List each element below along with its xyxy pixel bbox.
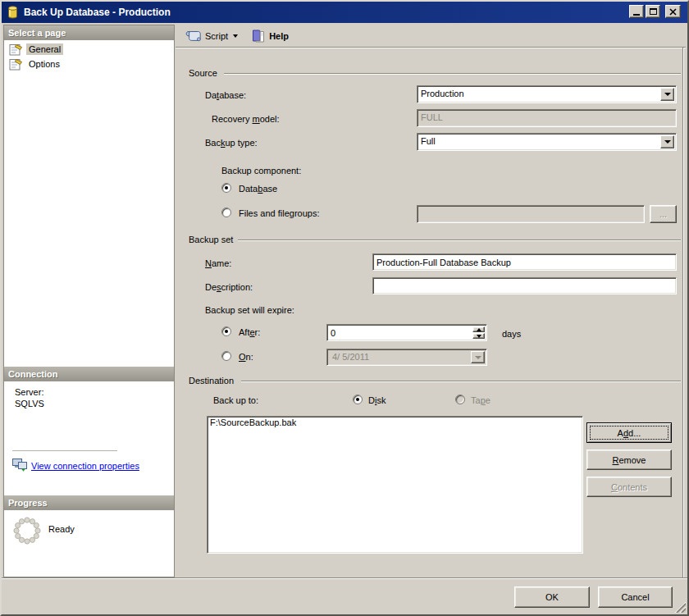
progress-header: Progress [4,495,174,510]
name-input[interactable] [375,255,674,269]
name-field [372,253,677,271]
expire-days-input[interactable] [329,326,470,340]
dropdown-arrow-button[interactable] [660,135,674,148]
recovery-model-value: FULL [421,112,659,122]
page-icon [9,43,23,56]
progress-status: Ready [48,524,75,535]
description-input[interactable] [375,279,674,293]
dropdown-arrow-icon [475,356,481,359]
script-icon [185,29,202,43]
backup-database-dialog: Back Up Database - Production Select a p… [0,0,689,616]
minimize-button[interactable] [629,5,644,18]
contents-button-label: Contents [611,482,647,492]
destination-list[interactable]: F:\SourceBackup.bak [207,416,583,554]
add-button[interactable]: Add... [586,422,672,443]
expire-date-combobox: 4/ 5/2011 [326,349,487,366]
backup-type-label: Backup type: [205,138,258,148]
description-field [372,277,677,294]
expire-on-radio[interactable] [221,351,231,361]
spinner-buttons [472,326,485,339]
sidebar: Select a page General Options Connection… [3,25,175,577]
database-icon [6,5,20,20]
database-label: Database: [205,90,246,101]
divider [12,450,117,451]
name-label: Name: [205,258,231,269]
destination-list-item[interactable]: F:\SourceBackup.bak [208,417,582,428]
expire-after-radio-label: After: [239,327,260,338]
select-page-header: Select a page [4,25,174,40]
resize-grip[interactable] [673,600,686,613]
group-line [238,240,681,241]
content-right-edge [682,48,684,577]
backup-set-group-label: Backup set [189,235,233,245]
backup-type-combobox-value: Full [421,136,659,146]
dropdown-arrow-button[interactable] [660,88,674,101]
group-line [224,73,681,75]
files-filegroups-radio-label: Files and filegroups: [239,208,319,219]
maximize-button[interactable] [646,5,660,18]
group-line [241,381,681,382]
add-button-label: Add... [618,428,641,438]
window-title: Back Up Database - Production [24,7,171,18]
sidebar-item-label: General [26,43,63,55]
spin-down-button[interactable] [472,333,485,339]
expire-on-radio-label: On: [239,352,253,363]
server-name: SQLVS [15,399,44,409]
database-combobox-value: Production [421,89,659,98]
spin-up-button[interactable] [472,326,485,332]
view-connection-properties-link[interactable]: View connection properties [31,461,139,471]
spin-down-icon [477,335,481,338]
dropdown-arrow-button [471,351,485,363]
destination-group-label: Destination [189,376,234,386]
backup-type-combobox[interactable]: Full [417,133,677,151]
page-icon [9,57,23,71]
disk-radio-label: Disk [368,395,386,406]
connection-header: Connection [4,367,174,381]
minimize-icon [633,14,640,16]
chevron-down-icon [233,34,238,38]
remove-button-label: Remove [613,455,646,465]
script-button[interactable]: Script [182,27,241,45]
browse-button-label: ... [659,209,667,219]
title-bar: Back Up Database - Production [2,2,687,23]
tape-radio-label: Tape [471,395,491,406]
expire-label: Backup set will expire: [205,305,294,316]
progress-spinner-icon [12,516,42,545]
computer-icon [12,458,28,472]
dropdown-arrow-icon [664,93,671,96]
days-label: days [502,329,521,340]
sidebar-item-options[interactable]: Options [9,57,62,71]
description-label: Description: [205,282,253,293]
help-icon [251,29,266,43]
recovery-model-label: Recovery model: [212,114,280,125]
sidebar-item-general[interactable]: General [9,43,63,56]
expire-days-spinner [326,324,487,341]
help-button[interactable]: Help [248,27,292,45]
ok-button[interactable]: OK [514,586,590,608]
ok-button-label: OK [545,592,559,602]
footer-divider [2,577,687,579]
toolbar-divider [176,47,686,48]
help-label: Help [269,31,289,41]
window-controls [627,5,681,18]
files-filegroups-radio[interactable] [221,208,231,217]
close-button[interactable] [665,5,681,18]
cancel-button[interactable]: Cancel [598,586,673,608]
toolbar: Script Help [176,25,686,47]
backup-component-label: Backup component: [221,166,301,176]
database-radio-label: Database [239,184,277,194]
tape-radio [455,395,465,404]
maximize-icon [650,8,657,15]
files-filegroups-field [417,205,645,223]
contents-button: Contents [586,477,672,497]
database-radio[interactable] [221,183,231,193]
disk-radio[interactable] [353,395,363,404]
expire-after-radio[interactable] [221,326,231,336]
server-label: Server: [15,387,43,398]
spin-up-icon [477,328,481,331]
remove-button[interactable]: Remove [586,449,672,470]
script-label: Script [205,31,228,41]
source-group-label: Source [189,68,217,79]
back-up-to-label: Back up to: [213,395,258,406]
database-combobox[interactable]: Production [417,85,677,103]
